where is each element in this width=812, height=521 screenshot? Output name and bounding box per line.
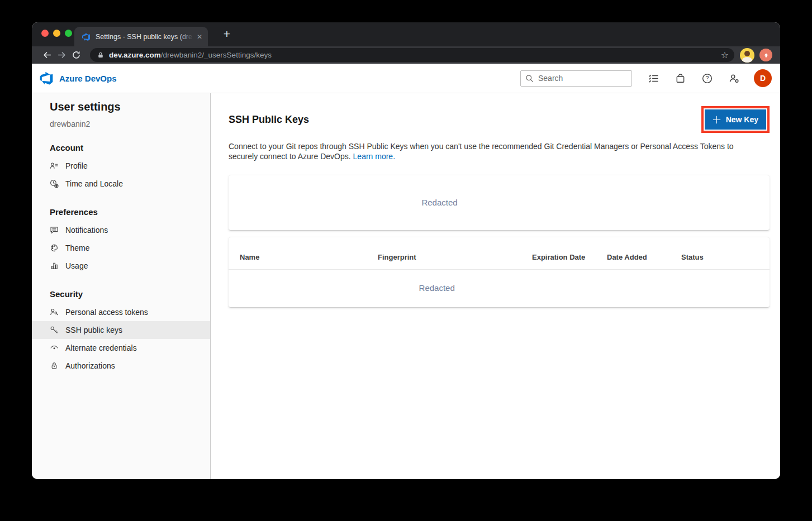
- maximize-window-button[interactable]: [65, 30, 72, 37]
- chrome-profile-avatar[interactable]: [740, 48, 754, 63]
- redacted-text: Redacted: [419, 283, 455, 293]
- sidebar-item-profile[interactable]: Profile: [32, 157, 210, 175]
- sidebar-item-label: Notifications: [65, 226, 108, 235]
- traffic-lights: [41, 30, 72, 37]
- sidebar-username: drewbanin2: [32, 120, 210, 128]
- back-icon[interactable]: [40, 48, 54, 63]
- ssh-key-info-card: Redacted: [229, 175, 770, 230]
- sidebar-item-time-and-locale[interactable]: Time and Locale: [32, 175, 210, 193]
- ssh-keys-table: Name Fingerprint Expiration Date Date Ad…: [229, 237, 770, 307]
- bookmark-star-icon[interactable]: ☆: [721, 50, 729, 60]
- personal-access-tokens-icon: [50, 308, 59, 317]
- table-header-row: Name Fingerprint Expiration Date Date Ad…: [229, 237, 770, 270]
- new-key-button[interactable]: New Key: [705, 109, 766, 130]
- column-header-name: Name: [240, 253, 378, 261]
- svg-text:?: ?: [705, 75, 709, 82]
- sidebar-item-authorizations[interactable]: Authorizations: [32, 357, 210, 375]
- sidebar-item-label: Theme: [65, 243, 90, 252]
- url-domain: dev.azure.com: [109, 51, 161, 59]
- tab-title: Settings · SSH public keys (dre: [96, 33, 193, 41]
- forward-icon[interactable]: [54, 48, 69, 63]
- address-bar[interactable]: dev.azure.com/drewbanin2/_usersSettings/…: [90, 48, 734, 62]
- user-settings-gear-icon[interactable]: [728, 73, 739, 84]
- app-header: Azure DevOps ? D: [32, 64, 780, 93]
- column-header-status: Status: [681, 253, 704, 261]
- time-locale-icon: [50, 179, 59, 189]
- highlight-box: New Key: [701, 106, 770, 133]
- sidebar-item-label: SSH public keys: [65, 326, 122, 334]
- checklist-icon[interactable]: [648, 73, 659, 84]
- notifications-icon: [50, 226, 59, 235]
- azure-devops-home-link[interactable]: Azure DevOps: [39, 71, 117, 85]
- sidebar-item-label: Usage: [65, 261, 88, 270]
- usage-icon: [50, 261, 59, 271]
- sidebar-item-label: Alternate credentials: [65, 343, 137, 352]
- authorizations-icon: [50, 361, 59, 371]
- browser-toolbar: dev.azure.com/drewbanin2/_usersSettings/…: [32, 46, 780, 64]
- sidebar-item-ssh-public-keys[interactable]: SSH public keys: [32, 321, 210, 339]
- sidebar-item-label: Authorizations: [65, 361, 115, 370]
- new-tab-button[interactable]: +: [220, 27, 234, 42]
- url-path: /drewbanin2/_usersSettings/keys: [161, 51, 272, 59]
- chrome-update-icon[interactable]: [759, 49, 772, 61]
- sidebar-item-label: Time and Locale: [65, 179, 123, 188]
- column-header-fingerprint: Fingerprint: [378, 253, 532, 261]
- sidebar-item-notifications[interactable]: Notifications: [32, 221, 210, 239]
- page-body: User settings drewbanin2 Account Profile…: [32, 93, 780, 479]
- sidebar-section-account: Account: [32, 143, 210, 152]
- theme-icon: [50, 243, 59, 253]
- close-window-button[interactable]: [41, 30, 49, 37]
- sidebar-item-alternate-credentials[interactable]: Alternate credentials: [32, 339, 210, 357]
- sidebar-section-security: Security: [32, 289, 210, 299]
- settings-sidebar: User settings drewbanin2 Account Profile…: [32, 93, 211, 479]
- azure-devops-logo-icon: [39, 71, 54, 85]
- azure-devops-favicon: [82, 32, 91, 41]
- sidebar-title: User settings: [32, 101, 210, 113]
- table-body: Redacted: [229, 270, 770, 307]
- help-icon[interactable]: ?: [701, 73, 713, 84]
- redacted-text: Redacted: [421, 198, 457, 207]
- learn-more-link[interactable]: Learn more.: [353, 152, 395, 161]
- alternate-credentials-icon: [50, 343, 59, 353]
- ssh-key-icon: [50, 326, 59, 335]
- sidebar-item-label: Personal access tokens: [65, 308, 148, 317]
- brand-name: Azure DevOps: [59, 74, 117, 83]
- avatar-photo: [744, 51, 750, 56]
- plus-icon: [713, 116, 721, 124]
- main-content: SSH Public Keys New Key Connect to your …: [211, 93, 780, 479]
- sidebar-item-label: Profile: [65, 161, 88, 170]
- marketplace-bag-icon[interactable]: [675, 73, 686, 84]
- reload-icon[interactable]: [69, 48, 83, 63]
- page-title: SSH Public Keys: [229, 114, 309, 126]
- tab-close-icon[interactable]: ✕: [197, 33, 202, 41]
- minimize-window-button[interactable]: [53, 30, 60, 37]
- browser-window: Settings · SSH public keys (dre ✕ + dev.…: [32, 22, 780, 479]
- browser-tab[interactable]: Settings · SSH public keys (dre ✕: [74, 27, 208, 46]
- search-input[interactable]: [538, 74, 622, 83]
- column-header-expiration-date: Expiration Date: [532, 253, 607, 261]
- sidebar-item-usage[interactable]: Usage: [32, 257, 210, 275]
- search-box[interactable]: [520, 70, 632, 87]
- sidebar-item-personal-access-tokens[interactable]: Personal access tokens: [32, 303, 210, 321]
- search-icon: [525, 74, 534, 83]
- page-description: Connect to your Git repos through SSH Pu…: [229, 142, 758, 162]
- tab-bar: Settings · SSH public keys (dre ✕ +: [32, 22, 780, 46]
- user-avatar[interactable]: D: [754, 69, 772, 87]
- lock-icon: [97, 51, 104, 59]
- sidebar-item-theme[interactable]: Theme: [32, 239, 210, 257]
- column-header-date-added: Date Added: [607, 253, 681, 261]
- sidebar-section-preferences: Preferences: [32, 207, 210, 217]
- header-actions: ? D: [520, 69, 772, 87]
- profile-icon: [50, 161, 59, 171]
